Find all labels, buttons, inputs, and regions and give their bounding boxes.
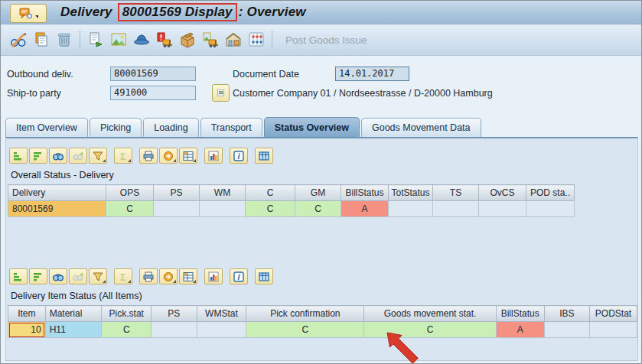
cell-gm-status[interactable]: C <box>295 201 341 217</box>
cell-pick-status[interactable]: C <box>102 322 152 338</box>
picture-button[interactable] <box>108 29 129 50</box>
cell-item-number[interactable]: 10 <box>8 322 46 338</box>
filter-button[interactable] <box>89 268 107 284</box>
overall-status-row[interactable]: 80001569 C C C A <box>8 201 575 217</box>
column-header-pickstat[interactable]: Pick.stat <box>102 306 152 322</box>
cell-ps-status[interactable] <box>154 201 200 217</box>
cell-wm-status[interactable] <box>197 322 246 338</box>
layout-grid-icon <box>182 271 194 283</box>
sort-ascending-button[interactable] <box>9 148 28 164</box>
column-header-podstat[interactable]: PODStat <box>590 306 637 322</box>
ship-to-party-field[interactable] <box>110 86 196 100</box>
column-header-wm[interactable]: WM <box>200 185 246 201</box>
copy-button[interactable] <box>31 29 52 50</box>
window-title: Delivery 80001569 Display: Overview <box>60 3 306 21</box>
cell-tot-status[interactable] <box>389 201 433 217</box>
filter-button[interactable] <box>89 148 107 164</box>
sort-descending-button[interactable] <box>29 268 47 284</box>
column-header-ts[interactable]: TS <box>433 185 479 201</box>
services-for-object-button[interactable] <box>10 4 47 23</box>
column-header-billstatus[interactable]: BillStatus <box>341 185 389 201</box>
column-header-c[interactable]: C <box>246 185 295 201</box>
choose-layout-button[interactable] <box>179 148 197 164</box>
abacus-button[interactable] <box>246 29 267 50</box>
cell-pick-confirmation-status[interactable]: C <box>246 322 364 338</box>
unpack-picture-button[interactable] <box>200 29 221 50</box>
column-header-ibs[interactable]: IBS <box>544 306 589 322</box>
cell-pod-status[interactable] <box>526 201 575 217</box>
cell-ts-status[interactable] <box>433 201 479 217</box>
column-header-ps[interactable]: PS <box>154 185 200 201</box>
find-button[interactable] <box>49 268 67 284</box>
find-next-button[interactable] <box>69 148 87 164</box>
find-next-button[interactable] <box>69 268 87 284</box>
item-status-row[interactable]: 10 H11 C C C A <box>8 322 637 338</box>
info-button[interactable]: i <box>230 268 248 284</box>
print-button[interactable] <box>139 268 158 284</box>
column-header-pick-confirmation[interactable]: Pick confirmation <box>246 306 364 322</box>
tab-goods-movement-data[interactable]: Goods Movement Data <box>361 118 481 137</box>
sum-button[interactable]: Σ <box>114 148 132 164</box>
choose-layout-button[interactable] <box>179 268 197 284</box>
info-button[interactable]: i <box>230 148 248 164</box>
cell-goods-movement-status[interactable]: C <box>364 322 496 338</box>
cell-ps-status[interactable] <box>152 322 197 338</box>
cell-bill-status[interactable]: A <box>341 201 389 217</box>
column-header-ps[interactable]: PS <box>152 306 197 322</box>
column-header-podstatus[interactable]: POD sta.. <box>526 185 575 201</box>
column-header-totstatus[interactable]: TotStatus <box>389 185 433 201</box>
views-button[interactable] <box>255 148 273 164</box>
printer-icon <box>142 150 155 162</box>
item-status-table: Item Material Pick.stat PS WMStat Pick c… <box>8 305 637 338</box>
cell-pod-status[interactable] <box>590 322 637 338</box>
cell-ibs-status[interactable] <box>544 322 589 338</box>
export-button[interactable] <box>159 148 178 164</box>
delete-button[interactable] <box>54 29 75 50</box>
hat-button[interactable] <box>131 29 152 50</box>
sum-button[interactable]: Σ <box>114 268 132 284</box>
cell-material[interactable]: H11 <box>45 322 102 338</box>
cell-ovcs-status[interactable] <box>479 201 526 217</box>
print-button[interactable] <box>139 148 158 164</box>
tab-status-overview[interactable]: Status Overview <box>264 117 360 137</box>
goods-issue-document-button[interactable] <box>154 29 175 50</box>
cell-delivery-number[interactable]: 80001569 <box>8 201 106 217</box>
sort-ascending-button[interactable] <box>9 268 28 284</box>
graphic-button[interactable] <box>204 148 223 164</box>
display-change-button[interactable] <box>8 29 29 50</box>
sort-descending-button[interactable] <box>29 148 47 164</box>
column-header-gm[interactable]: GM <box>295 185 341 201</box>
outbound-delivery-field[interactable] <box>110 67 196 81</box>
document-date-field[interactable] <box>335 67 409 81</box>
post-goods-issue-button[interactable]: Post Goods Issue <box>281 34 372 47</box>
find-button[interactable] <box>49 148 67 164</box>
column-header-material[interactable]: Material <box>45 306 102 322</box>
column-header-wmstat[interactable]: WMStat <box>197 306 246 322</box>
trash-icon <box>55 31 73 49</box>
cell-c-status[interactable]: C <box>246 201 295 217</box>
texts-button[interactable] <box>212 84 230 102</box>
tab-item-overview[interactable]: Item Overview <box>5 118 88 137</box>
column-header-item[interactable]: Item <box>8 306 46 322</box>
column-header-billstatus[interactable]: BillStatus <box>496 306 544 322</box>
cell-ops-status[interactable]: C <box>106 201 154 217</box>
tab-loading[interactable]: Loading <box>143 118 199 137</box>
column-header-ovcs[interactable]: OvCS <box>479 185 526 201</box>
cell-bill-status[interactable]: A <box>496 322 544 338</box>
document-flow-button[interactable] <box>85 29 106 50</box>
tab-picking[interactable]: Picking <box>90 118 142 137</box>
tab-transport[interactable]: Transport <box>200 118 262 137</box>
column-header-ops[interactable]: OPS <box>106 185 154 201</box>
pack-button[interactable] <box>177 29 198 50</box>
title-prefix: Delivery <box>60 5 112 19</box>
sort-ascending-icon <box>12 150 24 162</box>
export-icon <box>162 271 174 283</box>
graphic-button[interactable] <box>204 268 223 284</box>
views-button[interactable] <box>255 268 273 284</box>
column-header-goods-movement[interactable]: Goods movement stat. <box>364 306 496 322</box>
warehouse-button[interactable] <box>223 29 244 50</box>
column-header-delivery[interactable]: Delivery <box>8 185 106 201</box>
cell-wm-status[interactable] <box>200 201 246 217</box>
toolbar-separator <box>80 31 80 49</box>
export-button[interactable] <box>159 268 178 284</box>
